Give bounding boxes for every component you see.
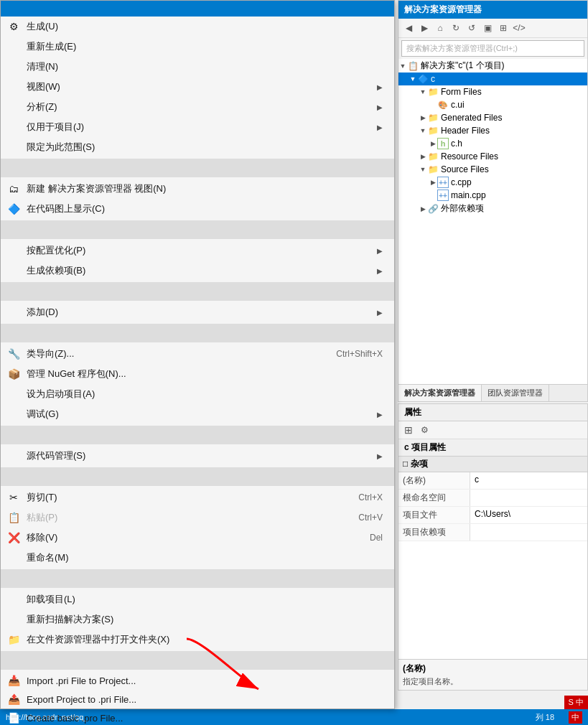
menu-label-build: 生成(U) (27, 20, 383, 33)
menu-item-paste: 📋粘贴(P)Ctrl+V (1, 508, 394, 528)
menu-item-nuget[interactable]: 📦管理 NuGet 程序包(N)... (1, 364, 394, 384)
menu-item-set-startup[interactable]: 设为启动项目(A) (1, 384, 394, 404)
menu-label-source-control: 源代码管理(S) (27, 449, 371, 462)
menu-item-unload[interactable]: 卸载项目(L) (1, 589, 394, 609)
tree-label-main-cpp: main.cpp (451, 190, 486, 200)
tree-icon-ui: 🎨 (437, 99, 449, 111)
props-filter-btn[interactable]: ⚙ (417, 423, 431, 437)
menu-item-debug[interactable]: 调试(G)▶ (1, 404, 394, 424)
tree-item-project-c[interactable]: ▼🔷c (398, 72, 587, 85)
menu-item-project-only[interactable]: 仅用于项目(J)▶ (1, 117, 394, 137)
props-footer-title: (名称) (403, 663, 583, 675)
props-row[interactable]: 项目文件C:\Users\ (398, 507, 587, 524)
tree-arrow-generated-files[interactable]: ▶ (419, 114, 427, 121)
menu-icon-nuget: 📦 (6, 367, 21, 381)
menu-item-clean[interactable]: 清理(N) (1, 57, 394, 77)
menu-label-open-folder: 在文件资源管理器中打开文件夹(X) (27, 633, 383, 646)
tree-item-c-ui[interactable]: 🎨c.ui (398, 98, 587, 111)
menu-icon-class-wizard: 🔧 (6, 347, 21, 361)
menu-item-build[interactable]: ⚙生成(U) (1, 17, 394, 37)
toolbar-back-btn[interactable]: ◀ (401, 21, 416, 35)
menu-item-view[interactable]: 视图(W)▶ (1, 77, 394, 97)
menu-label-class-wizard: 类导向(Z)... (27, 347, 322, 360)
tree-arrow-header-files[interactable]: ▼ (419, 127, 427, 134)
menu-icon-paste: 📋 (6, 510, 21, 525)
tree-item-main-cpp[interactable]: ++main.cpp (398, 189, 587, 202)
menu-item-rebuild[interactable]: 重新生成(E) (1, 37, 394, 57)
toolbar-sync-btn[interactable]: ↻ (449, 21, 463, 35)
toolbar-show-all-btn[interactable]: ⊞ (496, 21, 510, 35)
props-sort-btn[interactable]: ⊞ (401, 423, 416, 437)
menu-item-class-wizard[interactable]: 🔧类导向(Z)...Ctrl+Shift+X (1, 344, 394, 364)
tree-arrow-c-h[interactable]: ▶ (429, 140, 437, 147)
menu-item-remove[interactable]: ❌移除(V)Del (1, 528, 394, 548)
menu-item-create-pro[interactable]: 📄Create basic .pro File... (1, 708, 394, 725)
tree-arrow-resource-files[interactable]: ▶ (419, 153, 427, 160)
menu-icon-new-solution-view: 🗂 (6, 182, 21, 196)
menu-label-add: 添加(D) (27, 306, 371, 319)
menu-item-export-pri[interactable]: 📤Export Project to .pri File... (1, 690, 394, 708)
menu-label-rebuild: 重新生成(E) (27, 40, 383, 53)
tree-item-c-cpp[interactable]: ▶++c.cpp (398, 176, 587, 189)
menu-title-bar (1, 1, 394, 17)
tree-arrow-source-files[interactable]: ▼ (419, 166, 427, 173)
menu-item-cut[interactable]: ✂剪切(T)Ctrl+X (1, 487, 394, 508)
menu-item-class-diagram[interactable]: 🔷在代码图上显示(C) (1, 199, 394, 219)
solution-explorer-search[interactable]: 搜索解决方案资源管理器(Ctrl+;) (401, 40, 584, 57)
tree-item-solution[interactable]: ▼📋解决方案"c"(1 个项目) (398, 59, 587, 72)
props-row[interactable]: (名称)c (398, 472, 587, 490)
menu-icon-remove: ❌ (6, 530, 21, 545)
tab-team-explorer[interactable]: 团队资源管理器 (482, 385, 549, 401)
menu-separator (1, 159, 394, 177)
menu-item-generate-deps[interactable]: 生成依赖项(B)▶ (1, 261, 394, 281)
menu-icon-class-diagram: 🔷 (6, 202, 21, 216)
menu-item-new-solution-view[interactable]: 🗂新建 解决方案资源管理器 视图(N) (1, 179, 394, 199)
tree-item-form-files[interactable]: ▼📁Form Files (398, 85, 587, 98)
menu-item-rescan[interactable]: 重新扫描解决方案(S) (1, 609, 394, 630)
toolbar-refresh-btn[interactable]: ↺ (465, 21, 479, 35)
tree-arrow-solution[interactable]: ▼ (398, 62, 407, 70)
menu-separator (1, 220, 394, 239)
menu-arrow-generate-deps: ▶ (377, 267, 383, 275)
menu-item-limit-scope[interactable]: 限定为此范围(S) (1, 137, 394, 157)
tree-item-ext-deps[interactable]: ▶🔗外部依赖项 (398, 202, 587, 215)
tree-label-c-cpp: c.cpp (451, 177, 472, 187)
props-row-value: C:\Users\ (470, 507, 587, 523)
menu-item-analyze[interactable]: 分析(Z)▶ (1, 97, 394, 117)
tab-solution-explorer[interactable]: 解决方案资源管理器 (398, 385, 482, 401)
menu-item-open-folder[interactable]: 📁在文件资源管理器中打开文件夹(X) (1, 630, 394, 650)
toolbar-forward-btn[interactable]: ▶ (417, 21, 431, 35)
menu-arrow-debug: ▶ (377, 411, 383, 418)
menu-separator (1, 426, 394, 444)
menu-item-add[interactable]: 添加(D)▶ (1, 302, 394, 322)
menu-item-rename[interactable]: 重命名(M) (1, 548, 394, 568)
tree-icon-folder: 📁 (427, 125, 439, 136)
props-content: □ 杂项(名称)c根命名空间项目文件C:\Users\项目依赖项 (398, 457, 587, 659)
tree-item-generated-files[interactable]: ▶📁Generated Files (398, 111, 587, 124)
props-row[interactable]: 项目依赖项 (398, 524, 587, 541)
menu-separator (1, 651, 394, 670)
tree-arrow-project-c[interactable]: ▼ (409, 75, 417, 83)
menu-label-project-only: 仅用于项目(J) (27, 121, 371, 134)
toolbar-collapse-btn[interactable]: ▣ (480, 21, 495, 35)
tree-label-source-files: Source Files (441, 164, 489, 174)
tree-item-resource-files[interactable]: ▶📁Resource Files (398, 150, 587, 163)
menu-icon-open-folder: 📁 (6, 632, 21, 647)
tree-arrow-ext-deps[interactable]: ▶ (419, 205, 427, 212)
menu-item-source-control[interactable]: 源代码管理(S)▶ (1, 446, 394, 466)
menu-item-optimize[interactable]: 按配置优化(P)▶ (1, 240, 394, 261)
menu-arrow-optimize: ▶ (377, 247, 383, 255)
props-row-value: c (470, 472, 587, 489)
tree-item-c-h[interactable]: ▶hc.h (398, 137, 587, 150)
menu-icon-create-pro: 📄 (6, 711, 21, 725)
tree-arrow-c-cpp[interactable]: ▶ (429, 179, 437, 186)
status-lang: 中 (569, 711, 582, 724)
props-row[interactable]: 根命名空间 (398, 490, 587, 507)
toolbar-code-btn[interactable]: </> (512, 21, 526, 35)
tree-arrow-form-files[interactable]: ▼ (419, 88, 427, 95)
menu-item-import-pri[interactable]: 📥Import .pri File to Project... (1, 671, 394, 690)
tree-item-source-files[interactable]: ▼📁Source Files (398, 163, 587, 176)
toolbar-home-btn[interactable]: ⌂ (433, 21, 447, 35)
tree-item-header-files[interactable]: ▼📁Header Files (398, 124, 587, 137)
menu-label-remove: 移除(V) (27, 531, 355, 544)
